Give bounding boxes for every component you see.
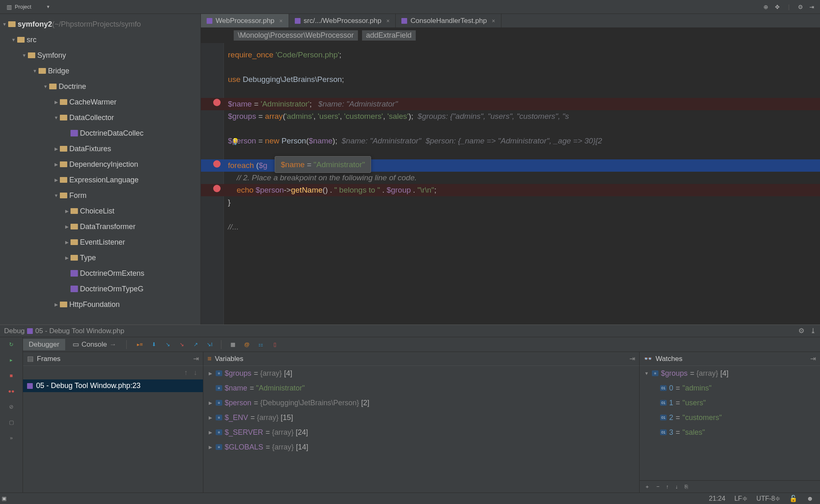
more-icon[interactable]: » xyxy=(7,433,16,442)
step-into-icon[interactable]: ↘ xyxy=(164,341,172,349)
variable-row[interactable]: ≡ $name = "Administrator" xyxy=(203,381,639,395)
tree-item[interactable]: DoctrineOrmExtens xyxy=(0,266,200,281)
watch-child[interactable]: 01 0 = "admins" xyxy=(640,381,820,395)
tree-item[interactable]: ▶Type xyxy=(0,250,200,266)
close-icon[interactable]: × xyxy=(386,18,390,24)
hide-icon[interactable]: ⇥ xyxy=(810,354,816,363)
breakpoints-icon[interactable]: ●● xyxy=(7,386,16,395)
encoding[interactable]: UTF-8≑ xyxy=(756,495,780,502)
watch-row[interactable]: ▼≡ $groups = {array} [4] xyxy=(640,366,820,381)
tree-item[interactable]: ▶EventListener xyxy=(0,234,200,250)
expand-icon[interactable]: ▶ xyxy=(207,400,213,406)
tree-item[interactable]: ▼Bridge xyxy=(0,63,200,79)
folder-icon xyxy=(8,21,16,27)
up-icon[interactable]: ↑ xyxy=(666,484,669,490)
resume-icon[interactable]: ▸ xyxy=(7,355,16,364)
tree-item[interactable]: DoctrineOrmTypeG xyxy=(0,281,200,297)
show-exec-icon[interactable]: ▸≡ xyxy=(136,341,144,349)
tree-item[interactable]: ▼DataCollector xyxy=(0,110,200,125)
add-watch-icon[interactable]: ＋ xyxy=(645,483,650,490)
tool-window-icon[interactable]: ▣ xyxy=(2,495,7,502)
variable-row[interactable]: ▶≡ $_SERVER = {array} [24] xyxy=(203,425,639,440)
chevron-down-icon: ▼ xyxy=(53,193,59,198)
prev-frame-icon[interactable]: ↑ xyxy=(184,368,188,377)
crumb[interactable]: \Monolog\Processor\WebProcessor xyxy=(234,30,358,41)
variable-row[interactable]: ▶≡ $_ENV = {array} [15] xyxy=(203,410,639,425)
gear-icon[interactable]: ⚙ xyxy=(797,4,804,10)
tree-item[interactable]: ▼symfony2 (~/PhpstormProjects/symfo xyxy=(0,16,200,32)
evaluate-icon[interactable]: ▦ xyxy=(229,341,237,349)
editor-tab[interactable]: WebProcessor.php× xyxy=(201,14,289,27)
hector-icon[interactable]: ☻ xyxy=(806,495,813,502)
close-icon[interactable]: × xyxy=(492,18,495,24)
tree-item[interactable]: ▼src xyxy=(0,32,200,48)
tree-item[interactable]: ▶DataFixtures xyxy=(0,141,200,157)
tab-console[interactable]: ▭ Console → xyxy=(67,338,122,350)
stack-frame[interactable]: 05 - Debug Tool Window.php:23 xyxy=(23,379,203,392)
step-out-icon[interactable]: ↗ xyxy=(191,341,200,349)
folder-icon xyxy=(60,177,67,183)
tree-item[interactable]: ▼Doctrine xyxy=(0,79,200,94)
expand-icon[interactable]: ▶ xyxy=(207,415,213,420)
variable-row[interactable]: ▶≡ $GLOBALS = {array} [14] xyxy=(203,440,639,454)
watch-child[interactable]: 01 3 = "sales" xyxy=(640,425,820,440)
breakpoint-icon[interactable] xyxy=(213,99,221,106)
tree-item[interactable]: ▶DataTransformer xyxy=(0,219,200,234)
settings-icon[interactable]: ⚏ xyxy=(257,341,265,349)
copy-icon[interactable]: ⎘ xyxy=(685,484,688,490)
tree-item[interactable]: ▼Symfony xyxy=(0,48,200,63)
editor-tab[interactable]: ConsoleHandlerTest.php× xyxy=(396,14,501,27)
expand-icon[interactable]: ▶ xyxy=(207,371,213,376)
tab-debugger[interactable]: Debugger xyxy=(23,339,65,350)
gear-icon[interactable]: ⚙ xyxy=(798,327,804,335)
breakpoint-icon[interactable] xyxy=(213,160,221,168)
hide-icon[interactable]: ⇥ xyxy=(629,354,635,363)
crumb[interactable]: addExtraField xyxy=(362,30,416,41)
line-ending[interactable]: LF≑ xyxy=(734,495,747,502)
code-editor[interactable]: 💡 require_once 'Code/Person.php'; use De… xyxy=(201,43,820,325)
tree-item[interactable]: ▶HttpFoundation xyxy=(0,297,200,312)
lock-icon[interactable]: 🔓 xyxy=(789,495,797,502)
run-to-cursor-icon[interactable]: ↘I xyxy=(205,341,214,349)
hide-icon[interactable]: ⇥ xyxy=(193,354,199,363)
variable-row[interactable]: ▶≡ $person = {Debugging\JetBrains\Person… xyxy=(203,395,639,410)
down-icon[interactable]: ↓ xyxy=(675,484,678,490)
chevron-right-icon: ▶ xyxy=(53,302,59,307)
project-dropdown[interactable]: ▥ Project ▼ xyxy=(0,0,56,14)
step-over-icon[interactable]: ⬇ xyxy=(150,341,158,349)
hide-icon[interactable]: ⇥ xyxy=(809,4,815,10)
tree-item[interactable]: ▶ExpressionLanguage xyxy=(0,172,200,188)
project-tree[interactable]: ▼symfony2 (~/PhpstormProjects/symfo▼src▼… xyxy=(0,14,201,325)
expand-icon[interactable]: ▶ xyxy=(207,445,213,450)
remove-watch-icon[interactable]: − xyxy=(656,484,660,490)
tree-item[interactable]: ▼Form xyxy=(0,188,200,203)
editor-tab[interactable]: src/.../WebProcessor.php× xyxy=(289,14,396,27)
watch-child[interactable]: 01 1 = "users" xyxy=(640,395,820,410)
target-icon[interactable]: ✥ xyxy=(774,4,781,10)
expand-icon[interactable] xyxy=(207,386,213,390)
download-icon[interactable]: ⤓ xyxy=(810,327,816,335)
expand-icon[interactable]: ▼ xyxy=(644,371,649,376)
tree-label: HttpFoundation xyxy=(69,300,120,309)
next-frame-icon[interactable]: ↓ xyxy=(194,368,197,377)
collapse-icon[interactable]: ⊕ xyxy=(763,4,769,10)
tree-item[interactable]: ▶ChoiceList xyxy=(0,203,200,219)
tree-item[interactable]: DoctrineDataCollec xyxy=(0,125,200,141)
pin-icon[interactable]: ▯ xyxy=(271,341,279,349)
project-icon: ▥ xyxy=(6,4,12,10)
rerun-icon[interactable]: ↻ xyxy=(7,340,16,349)
tree-item[interactable]: ▶DependencyInjection xyxy=(0,157,200,172)
force-step-into-icon[interactable]: ↘ xyxy=(178,341,186,349)
tree-item[interactable]: ▶CacheWarmer xyxy=(0,94,200,110)
stop-icon[interactable]: ■ xyxy=(7,371,16,380)
expand-icon[interactable]: ▶ xyxy=(207,430,213,435)
watch-child[interactable]: 01 2 = "customers" xyxy=(640,410,820,425)
php-icon xyxy=(27,383,33,389)
breakpoint-icon[interactable] xyxy=(213,185,221,192)
mute-icon[interactable]: ⊘ xyxy=(7,402,16,411)
layout-icon[interactable]: ▢ xyxy=(7,418,16,427)
at-icon[interactable]: @ xyxy=(243,341,251,349)
variable-row[interactable]: ▶≡ $groups = {array} [4] xyxy=(203,366,639,381)
caret-pos[interactable]: 21:24 xyxy=(709,495,725,502)
close-icon[interactable]: × xyxy=(279,18,282,24)
